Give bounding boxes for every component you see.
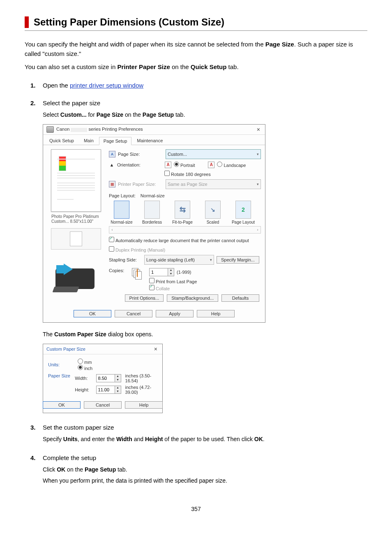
step-number: 1. xyxy=(30,82,39,89)
spin-down-icon[interactable]: ▼ xyxy=(115,378,121,382)
orientation-landscape-radio[interactable]: Landscape xyxy=(217,162,246,168)
layout-scrollbar[interactable]: ‹ › xyxy=(109,226,261,234)
text-bold: Custom... xyxy=(60,111,87,118)
step-title: Select the paper size xyxy=(43,99,100,106)
step-3-heading: 3. Set the custom paper size xyxy=(30,424,367,431)
chevron-down-icon: ▾ xyxy=(210,258,212,262)
text: tab. xyxy=(116,466,127,473)
layout-scaled[interactable]: ↘ Scaled xyxy=(200,201,226,224)
text: Select xyxy=(43,111,60,118)
checkbox-label: Print from Last Page xyxy=(156,279,197,284)
apply-button[interactable]: Apply xyxy=(156,310,194,317)
text: tab. xyxy=(174,111,185,118)
layout-normal-size[interactable]: Normal-size xyxy=(109,201,134,224)
spin-up-icon[interactable]: ▲ xyxy=(115,386,121,390)
text: You can also set a custom size in xyxy=(25,63,117,70)
preview-caption-media: Photo Paper Pro Platinum xyxy=(51,214,101,219)
layout-fit-to-page[interactable]: ⇆ Fit-to-Page xyxy=(170,201,195,224)
defaults-button[interactable]: Defaults xyxy=(221,294,259,302)
step-title: Complete the setup xyxy=(43,454,96,461)
width-spinbox[interactable]: ▲▼ xyxy=(96,374,121,382)
spin-up-icon[interactable]: ▲ xyxy=(168,268,174,272)
tab-main[interactable]: Main xyxy=(79,136,98,145)
close-icon[interactable]: × xyxy=(255,126,262,133)
tab-page-setup[interactable]: Page Setup xyxy=(99,137,132,145)
text: Specify xyxy=(43,436,63,442)
stamp-background-button[interactable]: Stamp/Background... xyxy=(167,294,218,302)
text-bold: Units xyxy=(63,436,78,442)
help-button[interactable]: Help xyxy=(125,401,163,409)
help-button[interactable]: Help xyxy=(197,310,235,317)
cancel-button[interactable]: Cancel xyxy=(115,310,152,317)
tab-maintenance[interactable]: Maintenance xyxy=(132,136,167,145)
layout-label: Page Layout xyxy=(232,220,255,224)
dropdown-value: Custom... xyxy=(168,152,187,157)
stapling-side-dropdown[interactable]: Long-side stapling (Left) ▾ xyxy=(144,255,214,265)
scroll-right-icon[interactable]: › xyxy=(255,228,261,232)
step-4-heading: 4. Complete the setup xyxy=(30,454,367,461)
dialog-title: Canon series Printing Preferences xyxy=(56,127,143,132)
orientation-portrait-radio[interactable]: Portrait xyxy=(174,162,195,168)
spin-up-icon[interactable]: ▲ xyxy=(115,375,121,378)
close-icon[interactable]: × xyxy=(152,346,159,352)
chevron-down-icon: ▾ xyxy=(257,182,259,186)
scroll-left-icon[interactable]: ‹ xyxy=(109,228,115,232)
printer-driver-setup-link[interactable]: printer driver setup window xyxy=(70,82,143,89)
layout-label: Normal-size xyxy=(111,220,132,224)
ok-button[interactable]: OK xyxy=(43,401,81,409)
text: You can specify the height and width of … xyxy=(25,41,265,48)
text: . xyxy=(263,436,265,442)
height-spinbox[interactable]: ▲▼ xyxy=(96,386,121,394)
radio-label: Landscape xyxy=(224,163,246,168)
secondary-preview xyxy=(51,228,101,250)
spin-down-icon[interactable]: ▼ xyxy=(168,272,174,276)
cancel-button[interactable]: Cancel xyxy=(84,401,122,409)
dropdown-value: Long-side stapling (Left) xyxy=(146,257,195,262)
radio-label: mm xyxy=(84,360,92,365)
step-4-line2: When you perform print, the data is prin… xyxy=(43,476,367,485)
text: , and enter the xyxy=(78,436,116,442)
radio-label: Portrait xyxy=(180,163,195,168)
copies-spinbox[interactable]: ▲▼ xyxy=(149,268,174,276)
step-2-heading: 2. Select the paper size xyxy=(30,99,367,106)
units-inch-radio[interactable]: inch xyxy=(78,366,92,371)
tab-bar: Quick Setup Main Page Setup Maintenance xyxy=(43,135,265,145)
copies-icon xyxy=(132,268,144,279)
text: dialog box opens. xyxy=(106,331,153,338)
auto-reduce-checkbox[interactable]: Automatically reduce large document that… xyxy=(109,237,249,243)
copies-range: (1-999) xyxy=(177,270,191,275)
text-bold: Page Setup xyxy=(143,111,174,118)
spin-down-icon[interactable]: ▼ xyxy=(115,390,121,393)
ok-button[interactable]: OK xyxy=(74,310,111,317)
text: and xyxy=(132,436,145,442)
orientation-icon: ▲ xyxy=(109,162,115,167)
text-bold: Page Size xyxy=(97,111,123,118)
page-size-label: Page Size: xyxy=(118,152,163,157)
step-title: Set the custom paper size xyxy=(43,424,114,431)
width-range: inches (3.50-16.54) xyxy=(125,373,157,383)
specify-margin-button[interactable]: Specify Margin... xyxy=(217,256,259,264)
copies-input[interactable] xyxy=(150,268,168,276)
print-options-button[interactable]: Print Options... xyxy=(125,294,164,302)
width-input[interactable] xyxy=(97,375,115,382)
rotate-180-checkbox[interactable]: Rotate 180 degrees xyxy=(164,171,211,177)
layout-borderless[interactable]: Borderless xyxy=(139,201,165,224)
page-layout-value: Normal-size xyxy=(141,193,165,198)
height-input[interactable] xyxy=(97,386,115,393)
page-title: Setting Paper Dimensions (Custom Size) xyxy=(34,16,367,28)
chevron-down-icon: ▾ xyxy=(257,152,259,156)
printer-illustration xyxy=(51,255,101,292)
layout-page-layout[interactable]: 2 Page Layout xyxy=(231,201,256,224)
page-size-dropdown[interactable]: Custom... ▾ xyxy=(166,149,261,159)
width-label: Width: xyxy=(75,376,92,381)
tab-quick-setup[interactable]: Quick Setup xyxy=(45,136,78,145)
step-number: 2. xyxy=(30,99,39,106)
text-bold: Width xyxy=(116,436,132,442)
collate-checkbox: Collate xyxy=(149,286,170,291)
text: for xyxy=(87,111,97,118)
print-from-last-page-checkbox[interactable]: Print from Last Page xyxy=(149,279,197,284)
checkbox-label: Rotate 180 degrees xyxy=(171,172,211,177)
checkbox-label: Automatically reduce large document that… xyxy=(115,238,249,243)
height-label: Height: xyxy=(75,387,92,392)
units-mm-radio[interactable]: mm xyxy=(78,360,92,365)
